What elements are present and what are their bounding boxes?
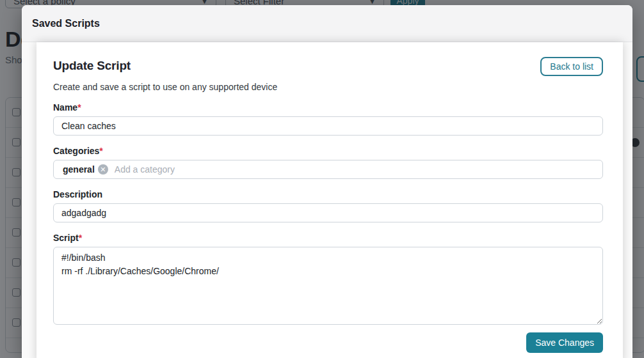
category-tag: general ✕ bbox=[58, 164, 108, 175]
categories-label: Categories* bbox=[53, 146, 603, 156]
modal-header: Saved Scripts bbox=[22, 5, 632, 42]
save-changes-button[interactable]: Save Changes bbox=[526, 332, 603, 353]
description-label: Description bbox=[53, 189, 603, 199]
remove-tag-icon[interactable]: ✕ bbox=[98, 164, 108, 175]
categories-input[interactable]: general ✕ bbox=[53, 160, 603, 179]
modal-title: Saved Scripts bbox=[32, 18, 100, 29]
saved-scripts-modal: Saved Scripts Update Script Back to list… bbox=[22, 5, 632, 358]
name-label: Name* bbox=[53, 102, 603, 113]
description-input[interactable] bbox=[53, 203, 603, 222]
update-script-panel: Update Script Back to list Create and sa… bbox=[36, 42, 623, 358]
required-asterisk: * bbox=[77, 102, 81, 113]
required-asterisk: * bbox=[79, 233, 82, 243]
add-category-input[interactable] bbox=[112, 161, 599, 178]
script-label: Script* bbox=[53, 233, 603, 243]
form-subtitle: Create and save a script to use on any s… bbox=[53, 82, 603, 92]
script-textarea[interactable]: #!/bin/bash rm -rf ./Library/Caches/Goog… bbox=[53, 247, 603, 325]
back-to-list-button[interactable]: Back to list bbox=[540, 57, 603, 76]
form-heading: Update Script bbox=[53, 59, 131, 73]
category-tag-label: general bbox=[63, 164, 95, 175]
required-asterisk: * bbox=[99, 146, 102, 156]
name-input[interactable] bbox=[53, 116, 603, 136]
